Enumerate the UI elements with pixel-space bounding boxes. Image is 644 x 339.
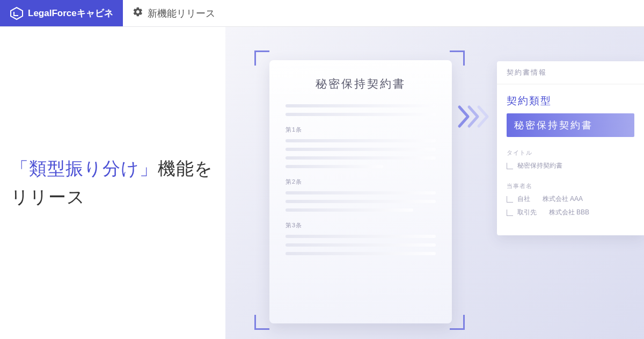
scan-corner-tr	[450, 51, 465, 66]
logo-icon	[10, 6, 24, 20]
nav-new-features[interactable]: 新機能リリース	[123, 0, 225, 26]
info-title-label: タイトル	[507, 149, 634, 157]
doc-line	[286, 200, 436, 203]
nav-label: 新機能リリース	[148, 7, 215, 20]
doc-line	[286, 104, 436, 107]
doc-line	[286, 208, 413, 212]
document-preview: 秘密保持契約書 第1条 第2条 第3条	[269, 60, 452, 323]
info-header: 契約書情報	[497, 61, 644, 84]
arrow-icon	[457, 105, 489, 128]
logo-text: LegalForceキャビネ	[28, 7, 113, 19]
illustration-panel: 秘密保持契約書 第1条 第2条 第3条 契約書情報	[225, 27, 644, 339]
main: 「類型振り分け」機能を リリース 秘密保持契約書 第1条 第2条 第3条	[0, 27, 644, 339]
doc-line	[286, 191, 436, 194]
contract-type-pill: 秘密保持契約書	[507, 113, 634, 137]
doc-line	[286, 235, 436, 238]
document-title: 秘密保持契約書	[286, 76, 436, 91]
doc-line	[286, 139, 436, 142]
doc-line	[286, 243, 436, 247]
info-title-value: 秘密保持契約書	[507, 161, 634, 170]
info-party-row: 自社 株式会社 AAA	[507, 194, 634, 204]
info-type-label: 契約類型	[507, 94, 634, 108]
contract-info-card: 契約書情報 契約類型 秘密保持契約書 タイトル 秘密保持契約書 当事者名 自社 …	[497, 61, 644, 235]
doc-section-label: 第1条	[286, 126, 436, 134]
scan-corner-tl	[254, 51, 269, 66]
extract-icon	[507, 163, 513, 169]
scan-corner-bl	[254, 315, 269, 330]
doc-line	[286, 148, 436, 151]
doc-line	[286, 252, 436, 255]
doc-line	[286, 165, 383, 168]
left-panel: 「類型振り分け」機能を リリース	[0, 27, 225, 339]
headline: 「類型振り分け」機能を リリース	[11, 155, 215, 212]
doc-line	[286, 156, 436, 160]
logo[interactable]: LegalForceキャビネ	[0, 0, 123, 26]
info-party-label: 当事者名	[507, 182, 634, 190]
doc-line	[286, 113, 436, 116]
extract-icon	[507, 210, 513, 216]
extract-icon	[507, 196, 513, 203]
gear-icon	[133, 6, 143, 20]
info-party-row: 取引先 株式会社 BBB	[507, 208, 634, 217]
doc-section-label: 第2条	[286, 178, 436, 186]
doc-section-label: 第3条	[286, 221, 436, 229]
header: LegalForceキャビネ 新機能リリース	[0, 0, 644, 27]
scan-corner-br	[450, 315, 465, 330]
